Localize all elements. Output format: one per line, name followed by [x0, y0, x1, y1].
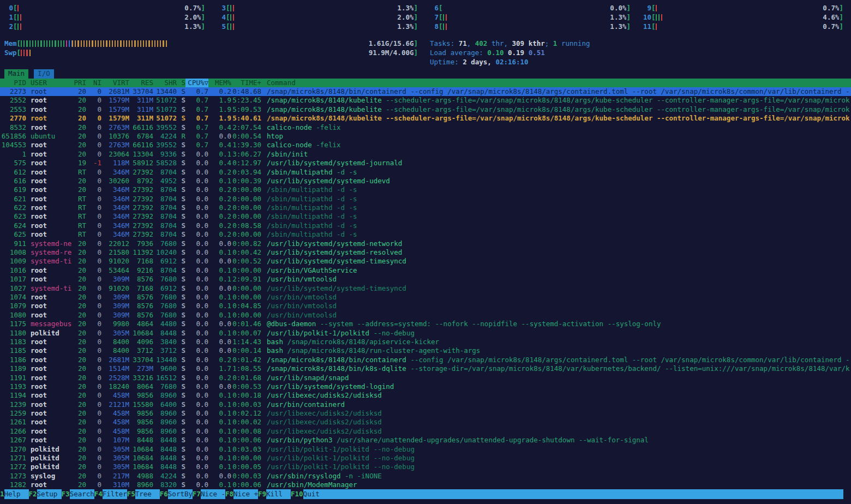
cell-pid: 104553	[0, 141, 26, 149]
cell-user: root	[31, 230, 72, 239]
fn-key-f6[interactable]: F6	[160, 489, 168, 499]
process-row-pid-624[interactable]: 624rootRT0346M273928704S0.00.20:08.58/sb…	[0, 221, 851, 230]
process-row-pid-2770[interactable]: 2770root2001579M311M51072S0.71.95:40.61/…	[0, 114, 851, 123]
fn-label-quit[interactable]: Quit	[303, 489, 843, 499]
process-row-pid-1259[interactable]: 1259root200458M98568960S0.00.10:02.12/us…	[0, 409, 851, 418]
cpu-meter-value: 0.7%	[823, 3, 839, 13]
process-row-pid-1074[interactable]: 1074root200309M85767680S0.00.10:00.00/us…	[0, 293, 851, 302]
meter-bar-segment	[29, 50, 32, 56]
process-row-pid-1183[interactable]: 1183root200840040963840S0.00.01:14.43bas…	[0, 338, 851, 346]
process-row-pid-1193[interactable]: 1193root2001824080647680S0.00.00:00.53/u…	[0, 382, 851, 391]
header-ni[interactable]: NI	[86, 79, 101, 87]
header-cpu-sort[interactable]: CPU%▽	[185, 79, 208, 87]
process-row-pid-621[interactable]: 621rootRT0346M273928704S0.00.20:00.00/sb…	[0, 195, 851, 203]
process-row-pid-1180[interactable]: 1180polkitd200305M106848448S0.00.10:00.0…	[0, 329, 851, 338]
cell-command: /usr/bin/VGAuthService	[267, 266, 851, 275]
process-row-pid-623[interactable]: 623rootRT0346M273928704S0.00.20:00.00/sb…	[0, 212, 851, 221]
process-row-pid-1239[interactable]: 1239root2002121M155806400S0.00.10:00.03/…	[0, 400, 851, 409]
fn-label-help[interactable]: Help	[4, 489, 29, 499]
process-row-pid-1194[interactable]: 1194root200458M98568960S0.00.10:00.18/us…	[0, 391, 851, 400]
process-row-pid-1[interactable]: 1root20023064133049336S0.00.13:06.27/sbi…	[0, 150, 851, 159]
process-row-pid-8532[interactable]: 8532root2002763M6611639552S0.70.42:07.54…	[0, 123, 851, 132]
process-row-pid-1271[interactable]: 1271polkitd200305M106848448S0.00.10:00.0…	[0, 454, 851, 463]
process-row-pid-2552[interactable]: 2552root2001579M311M51072S0.71.95:23.45/…	[0, 96, 851, 105]
process-row-pid-1186[interactable]: 1186root2002681M3370413440S0.00.20:01.42…	[0, 356, 851, 364]
cell-pid: 2273	[0, 87, 26, 96]
fn-key-1[interactable]: 1	[0, 489, 4, 499]
process-row-pid-1267[interactable]: 1267root200107M84488448S0.00.10:00.06/us…	[0, 436, 851, 445]
fn-key-f3[interactable]: F3	[62, 489, 70, 499]
header-pri[interactable]: PRI	[72, 79, 86, 87]
mem-meter-bar: 1.61G/15.6G	[21, 39, 413, 48]
process-row-pid-1261[interactable]: 1261root200458M98568960S0.00.10:00.02/us…	[0, 418, 851, 427]
fn-key-f4[interactable]: F4	[94, 489, 103, 499]
header-res[interactable]: RES	[129, 79, 153, 87]
header-mem[interactable]: MEM%	[208, 79, 231, 87]
process-row-pid-1027[interactable]: 1027systemd-ti2009102071686912S0.00.00:0…	[0, 284, 851, 293]
process-row-pid-1191[interactable]: 1191root2002528M3321616512S0.00.20:01.68…	[0, 374, 851, 382]
process-row-pid-1080[interactable]: 1080root200309M85767680S0.00.10:00.00/us…	[0, 311, 851, 320]
fn-key-f5[interactable]: F5	[127, 489, 135, 499]
process-row-pid-1282[interactable]: 1282root200310M89608320S0.00.10:00.06/us…	[0, 481, 851, 489]
fn-label-filter[interactable]: Filter	[103, 489, 127, 499]
tab-main[interactable]: Main	[4, 69, 28, 79]
header-virt[interactable]: VIRT	[101, 79, 129, 87]
cell-command: /snap/microk8s/8148/kubelite --scheduler…	[267, 114, 851, 123]
process-row-pid-575[interactable]: 575root19-1118M5891258528S0.00.40:12.97/…	[0, 159, 851, 167]
cell-pri: 20	[72, 427, 86, 436]
process-row-pid-2553[interactable]: 2553root2001579M311M51072S0.71.95:09.53/…	[0, 105, 851, 114]
fn-key-f10[interactable]: F10	[291, 489, 303, 499]
fn-label-kill[interactable]: Kill	[266, 489, 291, 499]
process-row-pid-2273[interactable]: 2273root2002681M3370413440S0.70.20:48.68…	[0, 87, 851, 96]
command-exe: /usr/lib/systemd/systemd-logind	[267, 382, 394, 391]
fn-key-f7[interactable]: F7	[193, 489, 201, 499]
command-args: --scheduler-args-file=/var/snap/microk8s…	[382, 114, 850, 122]
fn-label-nice-[interactable]: Nice -	[201, 489, 225, 499]
cell-user: root	[31, 391, 72, 400]
process-row-pid-1270[interactable]: 1270polkitd200305M106848448S0.00.10:03.0…	[0, 445, 851, 454]
process-row-pid-1266[interactable]: 1266root200458M98568960S0.00.10:00.08/us…	[0, 427, 851, 436]
fn-key-f2[interactable]: F2	[29, 489, 37, 499]
header-state[interactable]: S	[177, 79, 185, 87]
header-command[interactable]: Command	[267, 79, 851, 87]
fn-label-sortby[interactable]: SortBy	[168, 489, 193, 499]
process-row-pid-625[interactable]: 625rootRT0346M273928704S0.00.20:00.00/sb…	[0, 230, 851, 239]
process-row-pid-619[interactable]: 619root200346M273928704S0.00.20:00.00/sb…	[0, 185, 851, 194]
process-row-pid-1017[interactable]: 1017root200309M85767680S0.00.12:09.91/us…	[0, 275, 851, 284]
process-row-pid-1185[interactable]: 1185root200840037123712S0.00.00:00.14bas…	[0, 346, 851, 355]
cell-virt: 458M	[101, 427, 129, 436]
process-row-pid-1273[interactable]: 1273syslog200217M49884224S0.00.00:00.03/…	[0, 472, 851, 481]
status-text-block: Tasks: 71, 402 thr, 309 kthr; 1 running …	[430, 39, 843, 67]
process-row-pid-1079[interactable]: 1079root200309M85767680S0.00.10:04.85/us…	[0, 302, 851, 310]
fn-label-tree[interactable]: Tree	[135, 489, 160, 499]
cell-mem: 0.0	[208, 132, 231, 141]
process-row-pid-651856[interactable]: 651856ubuntu2001037667844224R0.70.00:00.…	[0, 132, 851, 141]
header-time[interactable]: TIME+	[231, 79, 261, 87]
process-row-pid-1016[interactable]: 1016root2005346492168704S0.00.10:00.00/u…	[0, 266, 851, 275]
cell-res: 15580	[129, 400, 153, 409]
process-row-pid-1189[interactable]: 1189root2001514M273M9600S0.01.71:08.55/s…	[0, 364, 851, 373]
process-row-pid-1175[interactable]: 1175messagebus200998048644480S0.00.00:01…	[0, 320, 851, 328]
fn-key-f8[interactable]: F8	[225, 489, 233, 499]
process-row-pid-1272[interactable]: 1272polkitd200305M106848448S0.00.10:00.0…	[0, 463, 851, 471]
header-user[interactable]: USER	[31, 79, 72, 87]
process-row-pid-1008[interactable]: 1008systemd-re200215801139210240S0.00.10…	[0, 248, 851, 257]
process-row-pid-911[interactable]: 911systemd-ne2002201279367680S0.00.00:00…	[0, 239, 851, 248]
fn-key-f9[interactable]: F9	[258, 489, 266, 499]
cell-mem: 0.1	[208, 311, 231, 320]
cell-command: /snap/microk8s/8148/bin/k8s-dqlite --sto…	[267, 364, 851, 373]
header-shr[interactable]: SHR	[153, 79, 177, 87]
fn-label-setup[interactable]: Setup	[37, 489, 62, 499]
header-pid[interactable]: PID	[0, 79, 26, 87]
tab-i-o[interactable]: I/O	[34, 69, 54, 79]
process-row-pid-616[interactable]: 616root2003026087924952S0.00.10:00.39/us…	[0, 177, 851, 185]
process-row-pid-1009[interactable]: 1009systemd-ti2009102071686912S0.00.00:0…	[0, 257, 851, 266]
process-row-pid-104553[interactable]: 104553root2002763M6611639552S0.70.41:39.…	[0, 141, 851, 149]
cell-ni: 0	[86, 391, 101, 400]
command-exe: /usr/lib/polkit-1/polkitd	[267, 329, 369, 337]
process-row-pid-622[interactable]: 622rootRT0346M273928704S0.00.20:00.00/sb…	[0, 203, 851, 212]
cell-s: S	[177, 257, 185, 266]
fn-label-search[interactable]: Search	[70, 489, 94, 499]
process-row-pid-612[interactable]: 612rootRT0346M273928704S0.00.20:03.94/sb…	[0, 168, 851, 177]
fn-label-nice-[interactable]: Nice +	[233, 489, 258, 499]
